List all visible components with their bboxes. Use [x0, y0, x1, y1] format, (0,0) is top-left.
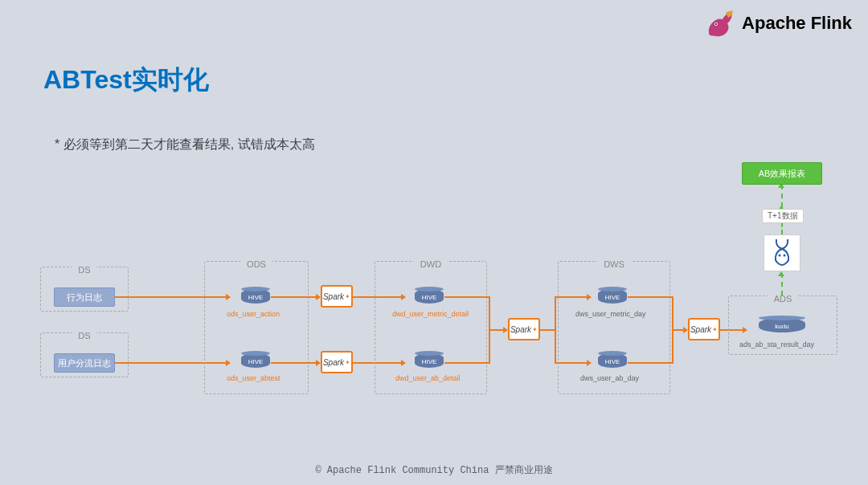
connector-dashed	[781, 185, 783, 207]
layer-label: ODS	[240, 259, 272, 269]
node-dws-metric: HIVE	[598, 289, 627, 307]
svg-point-1	[715, 23, 717, 25]
ods-abtest-name: ods_user_abtest	[227, 374, 280, 382]
ods-action-name: ods_user_action	[227, 310, 280, 318]
node-dwd-ab: HIVE	[415, 353, 444, 371]
layer-label: DWS	[597, 259, 631, 269]
layer-label: DS	[72, 331, 96, 340]
node-ods-abtest: HIVE	[241, 353, 270, 371]
layer-label: ADS	[768, 294, 799, 304]
node-user-split-log: 用户分流日志	[54, 353, 115, 373]
node-dws-ab: HIVE	[598, 353, 627, 371]
t1-label: T+1数据	[762, 209, 804, 223]
flink-squirrel-icon	[703, 6, 737, 40]
spark-node-2: Spark	[321, 351, 353, 373]
node-dwd-metric: HIVE	[415, 289, 444, 307]
slide-title: ABTest实时化	[43, 63, 209, 98]
brand-text: Apache Flink	[742, 13, 852, 34]
spark-node-3: Spark	[508, 318, 540, 340]
dws-metric-name: dws_user_metric_day	[575, 310, 646, 318]
logo-area: Apache Flink	[703, 6, 852, 40]
dwd-metric-name: dwd_user_metric_detail	[392, 310, 469, 318]
report-box: AB效果报表	[742, 162, 822, 185]
node-ads-kudu: kudu	[759, 318, 805, 336]
spark-node-1: Spark	[321, 285, 353, 308]
footer-text: © Apache Flink Community China 严禁商业用途	[0, 463, 868, 477]
layer-label: DS	[72, 265, 96, 275]
architecture-diagram: DS 行为日志 DS 用户分流日志 ODS HIVE ods_user_acti…	[40, 161, 844, 445]
layer-label: DWD	[414, 259, 448, 269]
impala-icon	[764, 234, 800, 271]
svg-point-3	[784, 255, 786, 257]
svg-point-2	[779, 255, 781, 257]
dws-ab-name: dws_user_ab_day	[580, 374, 639, 382]
connector-dashed	[781, 273, 783, 295]
dwd-ab-name: dwd_user_ab_detail	[395, 374, 461, 382]
bullet-text: * 必须等到第二天才能查看结果, 试错成本太高	[55, 137, 315, 153]
node-behavior-log: 行为日志	[54, 287, 115, 307]
ads-kudu-name: ads_ab_sta_result_day	[739, 340, 814, 348]
node-ods-action: HIVE	[241, 289, 270, 307]
spark-node-4: Spark	[688, 318, 720, 340]
